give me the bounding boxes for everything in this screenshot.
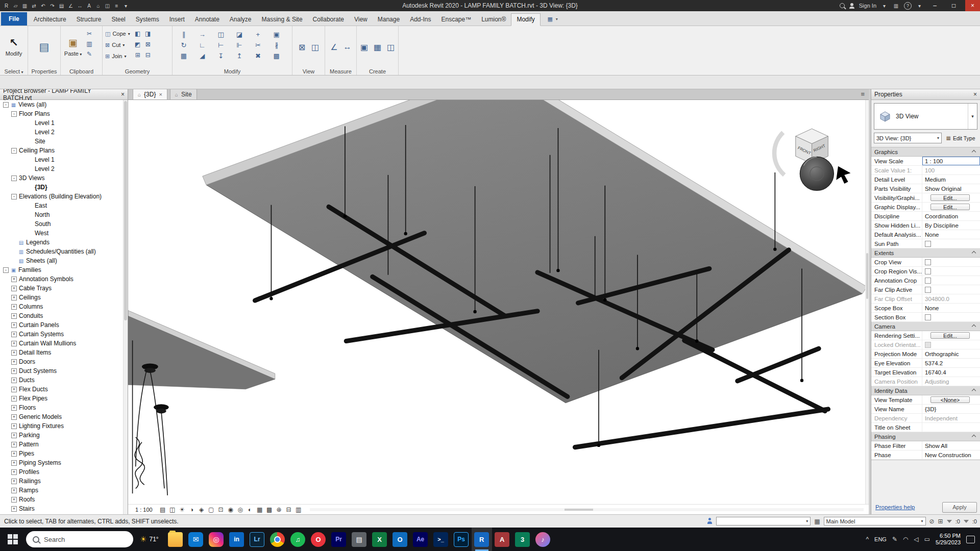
- music-app-icon[interactable]: ♪: [533, 528, 553, 551]
- opera-icon[interactable]: O: [308, 528, 329, 551]
- project-browser-header[interactable]: Project Browser - LAMP FAMILY BATCH.rvt …: [0, 89, 128, 100]
- weather-widget[interactable]: ☀ 71°: [140, 535, 159, 544]
- modify-tool-button[interactable]: ↖ Modify: [2, 27, 26, 67]
- property-row[interactable]: Eye Elevation 5374.2: [871, 359, 980, 368]
- property-row[interactable]: Phase Filter Show All: [871, 441, 980, 450]
- app-store-icon[interactable]: ▥: [892, 2, 900, 10]
- analytical-model-icon[interactable]: ▩: [265, 506, 274, 514]
- tray-expand-icon[interactable]: ^: [866, 536, 869, 543]
- property-value[interactable]: None: [922, 230, 980, 239]
- horizontal-scrollbar[interactable]: [310, 508, 864, 511]
- tree-expander-icon[interactable]: +: [11, 277, 17, 282]
- unlocked-view-icon[interactable]: ◉: [227, 506, 235, 514]
- sign-in-caret-icon[interactable]: ▾: [880, 2, 888, 10]
- tree-item[interactable]: - Floor Plans: [0, 109, 124, 118]
- visual-style-icon[interactable]: ◫: [168, 506, 177, 514]
- property-value[interactable]: Edit...: [930, 332, 970, 339]
- cut-to-clipboard-icon[interactable]: ✂: [85, 29, 94, 38]
- property-row[interactable]: View Name {3D}: [871, 405, 980, 414]
- create-similar-icon[interactable]: ▦: [373, 43, 382, 52]
- detail-level-icon[interactable]: ▤: [159, 506, 167, 514]
- tree-item[interactable]: + Stairs: [0, 504, 124, 513]
- modify-options-toggle[interactable]: ▦ ▾: [546, 15, 558, 23]
- property-value[interactable]: 5374.2: [922, 359, 980, 367]
- tab-annotate[interactable]: Annotate: [190, 14, 225, 26]
- close-button[interactable]: ×: [965, 0, 980, 11]
- property-value[interactable]: 100: [922, 166, 980, 174]
- sun-path-icon[interactable]: ☀: [178, 506, 186, 514]
- tree-item[interactable]: Level 1: [0, 155, 124, 164]
- property-value[interactable]: Edit...: [930, 194, 970, 201]
- rendering-dialog-icon[interactable]: ◈: [198, 506, 206, 514]
- tree-expander-icon[interactable]: -: [11, 148, 17, 154]
- language-indicator[interactable]: ENG: [874, 536, 887, 542]
- worksharing-display-icon[interactable]: ▥: [295, 506, 303, 514]
- property-row[interactable]: Camera Position Adjusting: [871, 377, 980, 386]
- sign-in-button[interactable]: Sign In: [859, 3, 876, 9]
- property-value[interactable]: New Construction: [922, 450, 980, 459]
- help-caret-icon[interactable]: ▾: [916, 2, 923, 10]
- properties-palette-button[interactable]: ▤: [30, 27, 59, 67]
- property-row[interactable]: Locked Orientat...: [871, 340, 980, 349]
- property-value[interactable]: Medium: [922, 175, 980, 184]
- property-row[interactable]: View Template <None>: [871, 395, 980, 405]
- tab-systems[interactable]: Systems: [131, 14, 164, 26]
- property-row[interactable]: Camera: [871, 322, 980, 331]
- property-value[interactable]: Adjusting: [922, 377, 980, 386]
- property-row[interactable]: Parts Visibility Show Original: [871, 184, 980, 193]
- volume-icon[interactable]: ◁: [914, 536, 918, 543]
- property-row[interactable]: Scale Value 1: 100: [871, 166, 980, 175]
- property-value[interactable]: 304800.0: [922, 294, 980, 303]
- tree-expander-icon[interactable]: -: [3, 267, 9, 273]
- tree-item[interactable]: Site: [0, 137, 124, 146]
- press-drag-icon[interactable]: ⊞: [938, 518, 943, 525]
- tree-item[interactable]: + Flex Pipes: [0, 394, 124, 403]
- outlook-icon[interactable]: O: [390, 528, 410, 551]
- thin-lines-icon[interactable]: ≡: [113, 2, 120, 10]
- highlight-displacement-icon[interactable]: ⊕: [275, 506, 283, 514]
- sync-icon[interactable]: ⇄: [30, 2, 38, 10]
- scale-icon[interactable]: ◢: [198, 52, 207, 60]
- property-row[interactable]: Dependency Independent: [871, 414, 980, 423]
- tree-item[interactable]: + Curtain Systems: [0, 330, 124, 339]
- tree-item[interactable]: + Curtain Panels: [0, 320, 124, 330]
- tree-expander-icon[interactable]: +: [11, 295, 17, 300]
- project-browser-close-icon[interactable]: ×: [121, 91, 125, 98]
- tree-item[interactable]: - 3D Views: [0, 173, 124, 183]
- save-icon[interactable]: ▥: [21, 2, 29, 10]
- tree-item[interactable]: + Columns: [0, 302, 124, 311]
- tab-view[interactable]: View: [349, 14, 373, 26]
- tree-item[interactable]: + Profiles: [0, 467, 124, 477]
- aligned-dimension-icon[interactable]: ↔: [76, 2, 84, 10]
- property-row[interactable]: Crop View: [871, 258, 980, 267]
- taskbar-clock[interactable]: 6:50 PM 5/29/2023: [936, 533, 961, 546]
- tree-item[interactable]: + Doors: [0, 357, 124, 366]
- view-tab-3d[interactable]: ⌂ {3D} ×: [133, 89, 167, 99]
- crop-view-icon[interactable]: ▢: [207, 506, 215, 514]
- property-value[interactable]: Show All: [922, 441, 980, 450]
- tab-collaborate[interactable]: Collaborate: [308, 14, 349, 26]
- tree-expander-icon[interactable]: -: [11, 176, 17, 181]
- text-note-icon[interactable]: A: [85, 2, 93, 10]
- qat-customize-icon[interactable]: ▾: [122, 2, 130, 10]
- tab-manage[interactable]: Manage: [373, 14, 405, 26]
- tree-expander-icon[interactable]: +: [11, 405, 17, 411]
- revit-app-icon[interactable]: R: [3, 2, 10, 10]
- tree-expander-icon[interactable]: +: [11, 497, 17, 503]
- mail-icon[interactable]: ✉: [186, 528, 206, 551]
- tree-expander-icon[interactable]: +: [11, 359, 17, 365]
- tree-expander-icon[interactable]: +: [11, 350, 17, 356]
- tree-expander-icon[interactable]: +: [11, 414, 17, 420]
- tree-expander-icon[interactable]: +: [11, 304, 17, 310]
- rotate-icon[interactable]: ↻: [179, 41, 188, 49]
- trim-single-icon[interactable]: ⊢: [216, 41, 226, 49]
- property-row[interactable]: Far Clip Active: [871, 285, 980, 294]
- paste-button[interactable]: ▣ Paste: [62, 27, 84, 67]
- after-effects-icon[interactable]: Ae: [410, 528, 431, 551]
- tree-item[interactable]: + Floors: [0, 403, 124, 412]
- property-value[interactable]: [922, 340, 980, 349]
- redo-icon[interactable]: ↷: [48, 2, 56, 10]
- property-row[interactable]: Crop Region Vis...: [871, 267, 980, 276]
- tab-lumion[interactable]: Lumion®: [476, 14, 511, 26]
- tree-item[interactable]: + Piping Systems: [0, 458, 124, 467]
